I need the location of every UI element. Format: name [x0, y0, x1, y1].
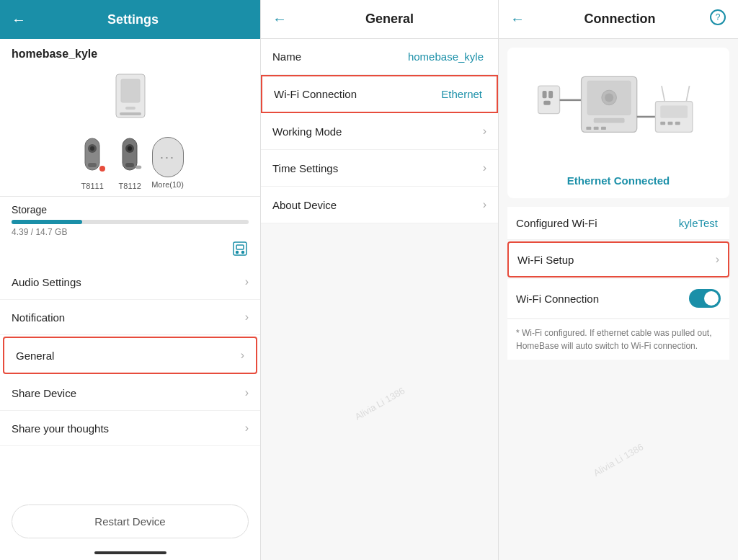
svg-rect-12 [125, 163, 134, 167]
home-indicator-bar [94, 551, 166, 554]
svg-rect-20 [538, 86, 560, 114]
left-panel-title: Settings [35, 12, 231, 27]
svg-rect-3 [120, 112, 141, 115]
svg-rect-29 [594, 118, 625, 123]
share-thoughts-chevron: › [245, 422, 249, 435]
home-indicator [0, 546, 260, 560]
help-icon-button[interactable]: ? [709, 9, 726, 30]
wifi-setup-label: Wi-Fi Setup [517, 254, 716, 266]
storage-label: Storage [12, 204, 249, 215]
svg-rect-21 [543, 91, 547, 98]
share-thoughts-label: Share your thoughts [12, 422, 245, 435]
svg-rect-35 [660, 106, 688, 118]
connection-diagram: Ethernet Connected [507, 48, 729, 198]
share-device-label: Share Device [12, 387, 245, 399]
svg-rect-30 [586, 127, 591, 130]
svg-rect-32 [601, 127, 606, 130]
general-item-time-settings[interactable]: Time Settings › [261, 150, 498, 187]
general-chevron: › [241, 349, 244, 362]
storage-bar [12, 220, 82, 224]
connection-note: * Wi-Fi configured. If ethernet cable wa… [507, 319, 729, 360]
main-device-image [0, 65, 260, 134]
left-back-button[interactable]: ← [12, 12, 26, 28]
general-item-name[interactable]: Name homebase_kyle [261, 39, 498, 75]
middle-panel: ← General Name homebase_kyle Wi-Fi Conne… [261, 0, 499, 560]
wifi-connection-toggle-label: Wi-Fi Connection [516, 293, 689, 305]
middle-watermark-area: Alivia Li 1386 [261, 300, 498, 561]
connection-settings: Configured Wi-Fi kyleTest Wi-Fi Setup › … [507, 207, 729, 360]
general-list: Name homebase_kyle Wi-Fi Connection Ethe… [261, 39, 498, 300]
left-menu-list: Audio Settings › Notification › General … [0, 265, 260, 497]
svg-rect-1 [121, 79, 140, 102]
right-panel-title: Connection [530, 12, 709, 27]
svg-point-11 [128, 146, 132, 151]
name-item-value: homebase_kyle [408, 50, 484, 63]
audio-settings-label: Audio Settings [12, 276, 245, 288]
svg-point-16 [236, 252, 239, 254]
svg-rect-2 [125, 107, 135, 110]
sub-devices-row: T8111 T8112 ··· More(10) [0, 134, 260, 196]
wifi-setup-item[interactable]: Wi-Fi Setup › [507, 241, 729, 277]
right-watermark-area: Alivia Li 1386 [499, 360, 738, 560]
wifi-setup-chevron: › [716, 253, 719, 266]
device-name-label: homebase_kyle [0, 39, 260, 65]
middle-header: ← General [261, 0, 498, 39]
time-settings-chevron: › [483, 161, 486, 174]
notification-chevron: › [245, 311, 249, 324]
svg-line-36 [662, 86, 664, 101]
menu-item-share-device[interactable]: Share Device › [0, 375, 260, 411]
camera-t8111-label: T8111 [81, 182, 104, 190]
time-settings-label: Time Settings [272, 162, 483, 174]
restart-device-button[interactable]: Restart Device [12, 505, 249, 538]
svg-rect-22 [548, 91, 553, 98]
share-device-chevron: › [245, 386, 249, 399]
configured-wifi-value: kyleTest [679, 217, 718, 229]
camera-t8111[interactable]: T8111 [76, 137, 108, 190]
configured-wifi-item[interactable]: Configured Wi-Fi kyleTest [507, 207, 729, 240]
general-item-wifi[interactable]: Wi-Fi Connection Ethernet [261, 75, 498, 113]
right-back-button[interactable]: ← [510, 11, 525, 27]
more-devices[interactable]: ··· More(10) [151, 137, 184, 190]
about-device-label: About Device [272, 199, 483, 211]
wifi-connection-toggle[interactable] [689, 289, 721, 308]
camera-t8112-label: T8112 [119, 182, 141, 190]
svg-rect-40 [675, 122, 680, 125]
svg-line-37 [686, 86, 689, 101]
left-header: ← Settings [0, 0, 260, 39]
svg-rect-15 [236, 245, 244, 249]
svg-rect-14 [234, 242, 246, 255]
svg-point-6 [90, 146, 94, 151]
configured-wifi-label: Configured Wi-Fi [516, 217, 679, 229]
connection-status-label: Ethernet Connected [567, 174, 670, 187]
connection-diagram-svg [532, 59, 705, 174]
svg-rect-23 [543, 101, 550, 105]
middle-back-button[interactable]: ← [272, 11, 287, 27]
notification-label: Notification [12, 311, 245, 324]
menu-item-audio-settings[interactable]: Audio Settings › [0, 265, 260, 300]
audio-settings-chevron: › [245, 275, 249, 288]
right-panel: ← Connection ? [499, 0, 738, 560]
svg-rect-31 [594, 127, 599, 130]
camera-t8112[interactable]: T8112 [114, 137, 146, 190]
working-mode-label: Working Mode [272, 125, 483, 138]
right-header: ← Connection ? [499, 0, 738, 39]
storage-bar-container [12, 220, 249, 224]
general-item-about-device[interactable]: About Device › [261, 187, 498, 223]
menu-item-general[interactable]: General › [3, 337, 257, 374]
svg-rect-39 [668, 122, 673, 125]
wifi-connection-toggle-item[interactable]: Wi-Fi Connection [507, 279, 729, 319]
menu-item-share-thoughts[interactable]: Share your thoughts › [0, 411, 260, 446]
general-item-working-mode[interactable]: Working Mode › [261, 113, 498, 150]
svg-text:?: ? [716, 12, 721, 22]
menu-item-notification[interactable]: Notification › [0, 300, 260, 335]
middle-watermark: Alivia Li 1386 [352, 385, 406, 422]
name-item-label: Name [272, 50, 408, 63]
general-label: General [16, 350, 241, 362]
working-mode-chevron: › [483, 125, 486, 138]
wifi-item-label: Wi-Fi Connection [274, 88, 441, 100]
left-panel: ← Settings homebase_kyle T8111 [0, 0, 261, 560]
svg-point-8 [99, 166, 105, 172]
storage-value: 4.39 / 14.7 GB [12, 227, 249, 237]
svg-rect-7 [88, 163, 97, 167]
about-device-chevron: › [483, 198, 486, 211]
